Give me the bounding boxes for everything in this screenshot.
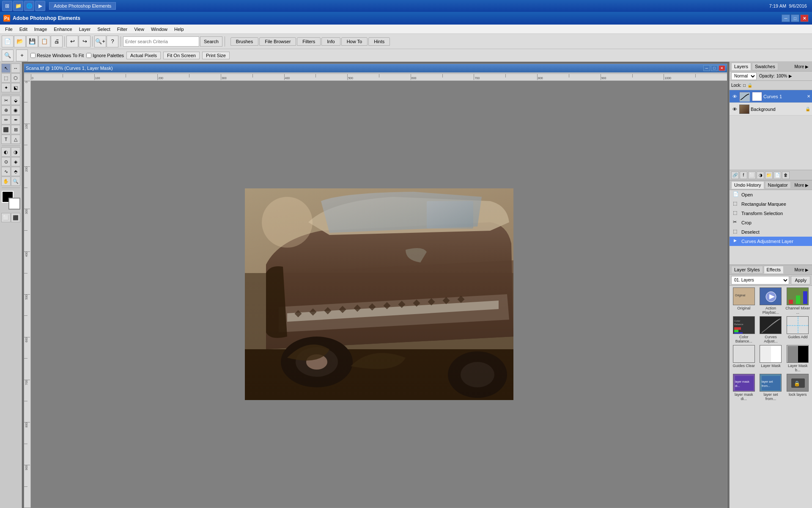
menu-select[interactable]: Select bbox=[94, 26, 114, 33]
tab-hints[interactable]: Hints bbox=[368, 37, 390, 46]
taskbar-app-btn[interactable]: Adobe Photoshop Elements bbox=[49, 2, 116, 10]
history-item-open[interactable]: 📄 Open bbox=[730, 190, 812, 199]
layer-eye-curves[interactable]: 👁 bbox=[731, 93, 738, 100]
delete-layer-btn[interactable]: 🗑 bbox=[782, 171, 790, 179]
add-mask-btn[interactable]: ⬜ bbox=[748, 171, 756, 179]
zoom-tool-btn[interactable]: 🔍 bbox=[2, 50, 14, 61]
effect-guides-clear[interactable]: Guides Clear bbox=[731, 345, 757, 372]
help-btn[interactable]: ? bbox=[107, 36, 118, 47]
custom-shape-tool[interactable]: △ bbox=[11, 135, 20, 144]
menu-file[interactable]: File bbox=[2, 26, 16, 33]
effects-more-btn[interactable]: More ▶ bbox=[793, 267, 810, 273]
fit-on-screen-btn[interactable]: Fit On Screen bbox=[163, 52, 200, 59]
link-layers-btn[interactable]: 🔗 bbox=[731, 171, 739, 179]
blend-mode-select[interactable]: Normal Multiply Screen bbox=[731, 72, 757, 80]
new-group-btn[interactable]: 📁 bbox=[765, 171, 773, 179]
save-btn[interactable]: 💾 bbox=[26, 36, 38, 47]
spot-heal-tool[interactable]: ◉ bbox=[11, 105, 20, 115]
menu-filter[interactable]: Filter bbox=[114, 26, 131, 33]
new-layer-btn[interactable]: 📄 bbox=[774, 171, 781, 179]
lock-icon[interactable]: □ bbox=[743, 83, 746, 88]
move-tool[interactable]: ↖ bbox=[1, 64, 11, 73]
effects-scroll-area[interactable]: Original Original Action Playbac... bbox=[730, 286, 812, 508]
save-as-btn[interactable]: 📋 bbox=[38, 36, 50, 47]
tab-file-browser[interactable]: File Browser bbox=[259, 37, 296, 46]
history-more-btn[interactable]: More ▶ bbox=[793, 182, 810, 188]
marquee-tool[interactable]: ⬚ bbox=[1, 73, 11, 83]
start-button[interactable]: ⊞ bbox=[2, 1, 12, 11]
close-button[interactable]: ✕ bbox=[800, 14, 809, 22]
browser-btn[interactable]: 🌐 bbox=[24, 1, 34, 11]
menu-window[interactable]: Window bbox=[148, 26, 171, 33]
ignore-palettes-label[interactable]: Ignore Palettes bbox=[86, 53, 124, 58]
magic-wand-tool[interactable]: ✦ bbox=[1, 83, 11, 92]
standard-mode-btn[interactable]: ⬜ bbox=[1, 213, 11, 222]
zoom-canvas-tool[interactable]: 🔍 bbox=[11, 177, 20, 186]
canvas-content[interactable] bbox=[31, 81, 727, 508]
resize-windows-label[interactable]: Resize Windows To Fit bbox=[30, 53, 84, 58]
menu-layer[interactable]: Layer bbox=[76, 26, 94, 33]
tab-effects[interactable]: Effects bbox=[764, 266, 784, 273]
zoom-tool[interactable]: ↔ bbox=[11, 64, 20, 73]
file-explorer-btn[interactable]: 📁 bbox=[13, 1, 23, 11]
crop-tool[interactable]: ✂ bbox=[1, 96, 11, 105]
effect-layer-set-from[interactable]: layer set from... layer set from... bbox=[758, 374, 784, 401]
dodge-tool[interactable]: ⬘ bbox=[11, 167, 20, 176]
effect-layer-mask-di[interactable]: layer mask di... layer mask di... bbox=[731, 374, 757, 401]
effects-apply-btn[interactable]: Apply bbox=[791, 276, 810, 284]
menu-help[interactable]: Help bbox=[171, 26, 187, 33]
tab-layer-styles[interactable]: Layer Styles bbox=[731, 266, 763, 273]
search-button[interactable]: Search bbox=[200, 36, 222, 47]
effect-action-playbac[interactable]: Action Playbac... bbox=[758, 287, 784, 315]
history-item-crop[interactable]: ✂ Crop bbox=[730, 218, 812, 227]
selection-tool[interactable]: ⬕ bbox=[11, 83, 20, 92]
menu-enhance[interactable]: Enhance bbox=[50, 26, 75, 33]
tab-brushes[interactable]: Brushes bbox=[230, 37, 258, 46]
new-adj-btn[interactable]: ◑ bbox=[757, 171, 764, 179]
history-item-marquee[interactable]: ⬚ Rectangular Marquee bbox=[730, 199, 812, 209]
red-eye-tool[interactable]: ⊕ bbox=[1, 105, 11, 115]
sponge-tool[interactable]: ◑ bbox=[11, 147, 20, 157]
zoom-plus-btn[interactable]: + bbox=[16, 50, 28, 61]
print-size-btn[interactable]: Print Size bbox=[202, 52, 230, 59]
media-btn[interactable]: ▶ bbox=[35, 1, 45, 11]
minimize-button[interactable]: ─ bbox=[782, 14, 790, 22]
tab-swatches[interactable]: Swatches bbox=[752, 63, 778, 70]
lasso-tool[interactable]: ⬡ bbox=[11, 73, 20, 83]
maximize-button[interactable]: □ bbox=[791, 14, 799, 22]
hand-tool[interactable]: ✋ bbox=[1, 177, 11, 186]
effect-color-balance[interactable]: Color Balance Color Balance... bbox=[731, 316, 757, 343]
effect-channel-mixer[interactable]: Channel Mixer ... bbox=[785, 287, 810, 315]
lock-position-icon[interactable]: 🔒 bbox=[747, 83, 752, 88]
layer-row-curves[interactable]: 👁 Curves 1 ✕ bbox=[730, 90, 812, 103]
opacity-arrow[interactable]: ▶ bbox=[789, 74, 792, 78]
tab-info[interactable]: Info bbox=[321, 37, 340, 46]
effect-curves-adjust[interactable]: Curves Adjust... bbox=[758, 316, 784, 343]
pattern-stamp-tool[interactable]: ◈ bbox=[11, 157, 20, 166]
add-style-btn[interactable]: f bbox=[740, 171, 747, 179]
pencil-tool[interactable]: ✒ bbox=[11, 115, 20, 124]
effect-guides-add[interactable]: Guides Add bbox=[785, 316, 810, 343]
effects-category-select[interactable]: 01. Layers 02. Adjustments 03. Lighting bbox=[731, 276, 789, 284]
print-btn[interactable]: 🖨 bbox=[51, 36, 63, 47]
resize-windows-checkbox[interactable] bbox=[30, 53, 36, 58]
recompose-tool[interactable]: ⬙ bbox=[11, 96, 20, 105]
actual-pixels-btn[interactable]: Actual Pixels bbox=[126, 52, 161, 59]
layer-eye-background[interactable]: 👁 bbox=[731, 106, 738, 113]
ignore-palettes-checkbox[interactable] bbox=[86, 53, 91, 58]
paint-bucket-tool[interactable]: ⊞ bbox=[11, 125, 20, 134]
background-color[interactable] bbox=[8, 198, 20, 210]
text-tool[interactable]: T bbox=[1, 135, 11, 144]
tab-navigator[interactable]: Navigator bbox=[765, 181, 791, 189]
history-item-curves[interactable]: ▶ Curves Adjustment Layer bbox=[730, 237, 812, 246]
canvas-maximize-btn[interactable]: □ bbox=[711, 65, 718, 71]
tab-how-to[interactable]: How To bbox=[341, 37, 368, 46]
history-item-deselect[interactable]: ⬚ Deselect bbox=[730, 227, 812, 237]
clone-stamp-tool[interactable]: ⊙ bbox=[1, 157, 11, 166]
blur-tool[interactable]: ◐ bbox=[1, 147, 11, 157]
open-btn[interactable]: 📂 bbox=[14, 36, 26, 47]
search-input[interactable] bbox=[123, 36, 199, 47]
menu-image[interactable]: Image bbox=[31, 26, 51, 33]
smudge-tool[interactable]: ∿ bbox=[1, 167, 11, 176]
effect-original[interactable]: Original Original bbox=[731, 287, 757, 315]
